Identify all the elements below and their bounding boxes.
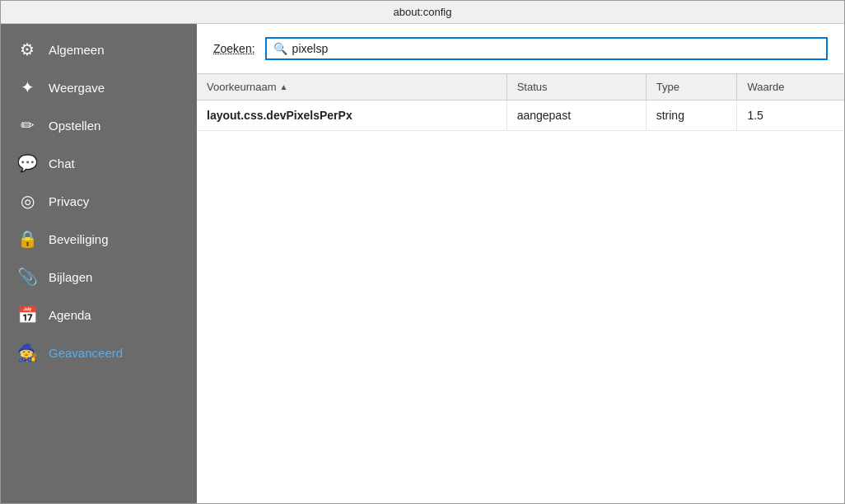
col-waarde[interactable]: Waarde	[737, 74, 844, 100]
sidebar-item-geavanceerd[interactable]: 🧙Geavanceerd	[1, 334, 197, 371]
geavanceerd-label: Geavanceerd	[49, 346, 123, 360]
cell-voorkeurnaam: layout.css.devPixelsPerPx	[197, 100, 507, 131]
col-voorkeurnaam[interactable]: Voorkeurnaam ▲	[197, 74, 507, 100]
sort-arrow-icon: ▲	[280, 82, 288, 91]
sidebar-item-weergave[interactable]: ✦Weergave	[1, 68, 197, 106]
sidebar-item-algemeen[interactable]: ⚙Algemeen	[1, 30, 197, 68]
table-body: layout.css.devPixelsPerPxaangepaststring…	[197, 100, 844, 131]
bijlagen-label: Bijlagen	[49, 270, 92, 284]
chat-icon: 💬	[17, 153, 37, 173]
bijlagen-icon: 📎	[17, 267, 37, 287]
algemeen-label: Algemeen	[49, 43, 105, 57]
title-bar: about:config	[1, 1, 844, 24]
weergave-label: Weergave	[49, 81, 105, 95]
privacy-icon: ◎	[17, 191, 37, 211]
privacy-label: Privacy	[49, 194, 89, 208]
content-area: Zoeken: 🔍 Voorkeurnaam ▲	[197, 24, 844, 503]
config-table: Voorkeurnaam ▲ Status Type Waarde	[197, 74, 844, 131]
search-label: Zoeken:	[213, 42, 255, 55]
cell-waarde: 1.5	[737, 100, 844, 131]
search-bar: Zoeken: 🔍	[197, 24, 844, 73]
sidebar-item-beveiliging[interactable]: 🔒Beveiliging	[1, 220, 197, 258]
title-text: about:config	[394, 6, 452, 18]
col-type[interactable]: Type	[646, 74, 737, 100]
chat-label: Chat	[49, 156, 75, 170]
table-row[interactable]: layout.css.devPixelsPerPxaangepaststring…	[197, 100, 844, 131]
cell-status: aangepast	[507, 100, 646, 131]
search-input-wrapper: 🔍	[265, 37, 828, 60]
sidebar-item-opstellen[interactable]: ✏Opstellen	[1, 106, 197, 144]
table-area: Voorkeurnaam ▲ Status Type Waarde	[197, 73, 844, 503]
geavanceerd-icon: 🧙	[17, 343, 37, 362]
sidebar-item-privacy[interactable]: ◎Privacy	[1, 182, 197, 220]
sidebar-item-agenda[interactable]: 📅Agenda	[1, 296, 197, 334]
sidebar-item-bijlagen[interactable]: 📎Bijlagen	[1, 258, 197, 296]
col-status[interactable]: Status	[507, 74, 646, 100]
sidebar-item-chat[interactable]: 💬Chat	[1, 144, 197, 182]
algemeen-icon: ⚙	[17, 40, 37, 59]
agenda-label: Agenda	[49, 308, 91, 322]
search-icon: 🔍	[273, 42, 287, 55]
agenda-icon: 📅	[17, 305, 37, 324]
table-header-row: Voorkeurnaam ▲ Status Type Waarde	[197, 74, 844, 100]
weergave-icon: ✦	[17, 77, 37, 97]
sidebar: ⚙Algemeen✦Weergave✏Opstellen💬Chat◎Privac…	[1, 24, 197, 503]
search-input[interactable]	[292, 42, 819, 55]
beveiliging-icon: 🔒	[17, 229, 37, 249]
cell-type: string	[646, 100, 737, 131]
opstellen-icon: ✏	[17, 115, 37, 135]
main-layout: ⚙Algemeen✦Weergave✏Opstellen💬Chat◎Privac…	[1, 24, 844, 503]
opstellen-label: Opstellen	[49, 119, 100, 133]
beveiliging-label: Beveiliging	[49, 232, 109, 246]
